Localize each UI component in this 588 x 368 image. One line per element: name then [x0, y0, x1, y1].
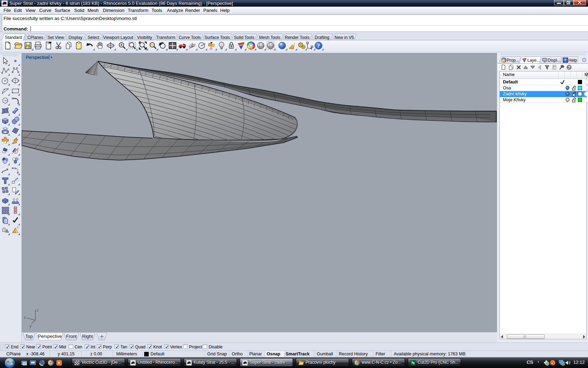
svg-text:x: x [24, 315, 26, 320]
svg-text:Top: Top [26, 334, 33, 339]
svg-text:y: y [29, 323, 31, 328]
svg-text:Right: Right [82, 334, 93, 339]
svg-text:?: ? [568, 66, 570, 69]
svg-text:?: ? [317, 43, 320, 49]
svg-text:?: ? [565, 58, 566, 62]
svg-text:Front: Front [66, 334, 77, 339]
svg-text:z: z [36, 308, 38, 313]
svg-text:Perspective: Perspective [38, 334, 62, 339]
